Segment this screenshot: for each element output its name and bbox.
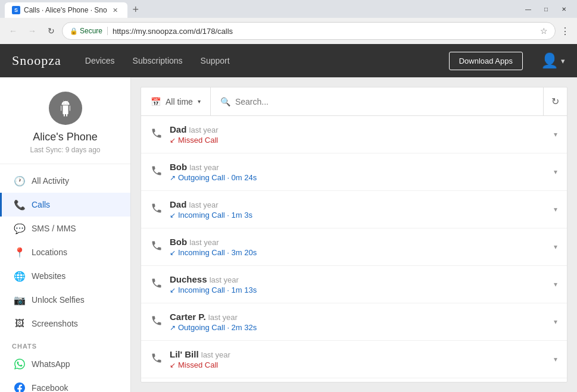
content-area: Alice's Phone Last Sync: 9 days ago 🕐 Al…: [0, 77, 577, 392]
window-controls: — □ ✕: [520, 3, 572, 15]
device-header: Alice's Phone Last Sync: 9 days ago: [0, 77, 130, 164]
user-dropdown-arrow: ▾: [561, 57, 565, 65]
sidebar-item-whatsapp[interactable]: WhatsApp: [0, 352, 130, 376]
tab-close-button[interactable]: ✕: [111, 5, 120, 15]
call-phone-icon: [151, 277, 163, 292]
top-navigation: Snoopza Devices Subscriptions Support Do…: [0, 44, 577, 77]
tab-favicon: S: [12, 6, 20, 14]
call-type: ↗ Outgoing Call · 2m 32s: [170, 323, 547, 332]
chats-section-header: CHATS: [0, 335, 130, 352]
call-name: Dad last year: [170, 199, 547, 209]
bookmark-icon[interactable]: ☆: [540, 26, 548, 36]
web-icon: 🌐: [14, 270, 26, 282]
sidebar-label-websites: Websites: [32, 271, 66, 281]
address-bar-row: ← → ↻ 🔒 Secure https://my.snoopza.com/d/…: [0, 18, 577, 44]
new-tab-button[interactable]: +: [127, 1, 144, 18]
app-container: Snoopza Devices Subscriptions Support Do…: [0, 44, 577, 392]
minimize-button[interactable]: —: [520, 3, 537, 15]
call-phone-icon: [151, 127, 163, 142]
main-content: 📅 All time ▾ 🔍 ↻: [131, 77, 577, 392]
download-apps-button[interactable]: Download Apps: [449, 52, 523, 70]
sidebar-label-locations: Locations: [32, 247, 67, 257]
refresh-button[interactable]: ↻: [543, 87, 567, 116]
call-dropdown-arrow[interactable]: ▾: [554, 205, 557, 214]
call-phone-icon: [151, 240, 163, 255]
device-name: Alice's Phone: [33, 131, 98, 143]
sidebar-label-screenshots: Screenshots: [32, 319, 78, 328]
time-filter-label: All time: [166, 97, 193, 106]
search-area: 🔍: [211, 97, 543, 106]
call-details: Dad last year ↙ Incoming Call · 1m 3s: [170, 199, 547, 219]
call-dropdown-arrow[interactable]: ▾: [554, 168, 557, 176]
sidebar-label-facebook: Facebook: [32, 383, 68, 392]
call-name: Carter P. last year: [170, 312, 547, 322]
search-icon: 🔍: [220, 97, 230, 106]
call-item[interactable]: Dad last year ↙ Incoming Call · 1m 3s ▾: [141, 191, 567, 228]
nav-subscriptions[interactable]: Subscriptions: [133, 54, 183, 68]
sidebar-item-sms-mms[interactable]: 💬 SMS / MMS: [0, 217, 130, 240]
call-details: Carter P. last year ↗ Outgoing Call · 2m…: [170, 312, 547, 332]
call-item[interactable]: Carter P. last year ↗ Outgoing Call · 2m…: [141, 303, 567, 341]
reload-button[interactable]: ↻: [43, 23, 60, 39]
sidebar-item-screenshots[interactable]: 🖼 Screenshots: [0, 312, 130, 335]
sidebar-label-calls: Calls: [32, 200, 50, 209]
sidebar-item-calls[interactable]: 📞 Calls: [0, 193, 130, 217]
call-details: Bob last year ↙ Incoming Call · 3m 20s: [170, 237, 547, 257]
calendar-icon: 📅: [151, 97, 161, 106]
sidebar-label-whatsapp: WhatsApp: [32, 359, 70, 369]
call-name: Bob last year: [170, 237, 547, 247]
maximize-button[interactable]: □: [538, 3, 554, 15]
call-item[interactable]: Lil' Bill last year ↙ Missed Call ▾: [141, 341, 567, 378]
call-details: Lil' Bill last year ↙ Missed Call: [170, 349, 547, 369]
call-details: Duchess last year ↙ Incoming Call · 1m 1…: [170, 274, 547, 294]
calls-list: Dad last year ↙ Missed Call ▾ Bob last y…: [141, 116, 567, 382]
nav-support[interactable]: Support: [201, 54, 230, 68]
call-name: Duchess last year: [170, 274, 547, 284]
sidebar-item-locations[interactable]: 📍 Locations: [0, 240, 130, 264]
call-type: ↙ Missed Call: [170, 136, 547, 145]
search-input[interactable]: [235, 97, 534, 106]
sidebar-item-all-activity[interactable]: 🕐 All Activity: [0, 169, 130, 193]
facebook-icon: [14, 382, 26, 392]
device-icon: [49, 92, 82, 125]
sidebar-label-unlock-selfies: Unlock Selfies: [32, 295, 85, 305]
call-item[interactable]: Duchess last year ↙ Incoming Call · 1m 1…: [141, 266, 567, 303]
sidebar-label-all-activity: All Activity: [32, 176, 69, 186]
call-type: ↙ Incoming Call · 1m 13s: [170, 286, 547, 294]
refresh-icon: ↻: [551, 96, 559, 107]
whatsapp-icon: [14, 358, 26, 370]
call-phone-icon: [151, 352, 163, 367]
screenshots-icon: 🖼: [14, 318, 26, 330]
sms-icon: 💬: [14, 222, 26, 234]
time-filter-arrow: ▾: [198, 98, 201, 105]
sidebar-item-unlock-selfies[interactable]: 📷 Unlock Selfies: [0, 288, 130, 312]
sidebar-item-websites[interactable]: 🌐 Websites: [0, 264, 130, 288]
call-dropdown-arrow[interactable]: ▾: [554, 318, 557, 326]
call-dropdown-arrow[interactable]: ▾: [554, 130, 557, 139]
time-filter-button[interactable]: 📅 All time ▾: [141, 87, 211, 115]
call-item[interactable]: Bob last year ↙ Incoming Call · 3m 20s ▾: [141, 228, 567, 266]
close-button[interactable]: ✕: [556, 3, 572, 15]
user-menu-button[interactable]: 👤 ▾: [541, 52, 565, 69]
call-item[interactable]: Bob last year ↗ Outgoing Call · 0m 24s ▾: [141, 153, 567, 191]
android-icon: [56, 99, 75, 118]
url-text: https://my.snoopza.com/d/178/calls: [113, 27, 233, 36]
call-dropdown-arrow[interactable]: ▾: [554, 280, 557, 288]
secure-indicator: 🔒 Secure: [70, 27, 102, 35]
phone-icon: 📞: [14, 199, 26, 211]
sidebar-label-sms-mms: SMS / MMS: [32, 224, 76, 233]
back-button[interactable]: ←: [5, 23, 21, 39]
call-item[interactable]: Dad last year ↙ Missed Call ▾: [141, 116, 567, 153]
call-type: ↙ Incoming Call · 1m 3s: [170, 211, 547, 219]
sidebar-item-facebook[interactable]: Facebook: [0, 376, 130, 392]
browser-tab[interactable]: S Calls · Alice's Phone · Sno ✕: [5, 2, 127, 18]
call-details: Bob last year ↗ Outgoing Call · 0m 24s: [170, 162, 547, 182]
call-type: ↙ Missed Call: [170, 360, 547, 369]
address-bar[interactable]: 🔒 Secure https://my.snoopza.com/d/178/ca…: [62, 22, 556, 40]
browser-menu-button[interactable]: ⋮: [558, 23, 572, 39]
forward-button[interactable]: →: [24, 23, 40, 39]
call-dropdown-arrow[interactable]: ▾: [554, 243, 557, 251]
call-name: Bob last year: [170, 162, 547, 172]
call-dropdown-arrow[interactable]: ▾: [554, 355, 557, 363]
nav-devices[interactable]: Devices: [85, 54, 115, 68]
